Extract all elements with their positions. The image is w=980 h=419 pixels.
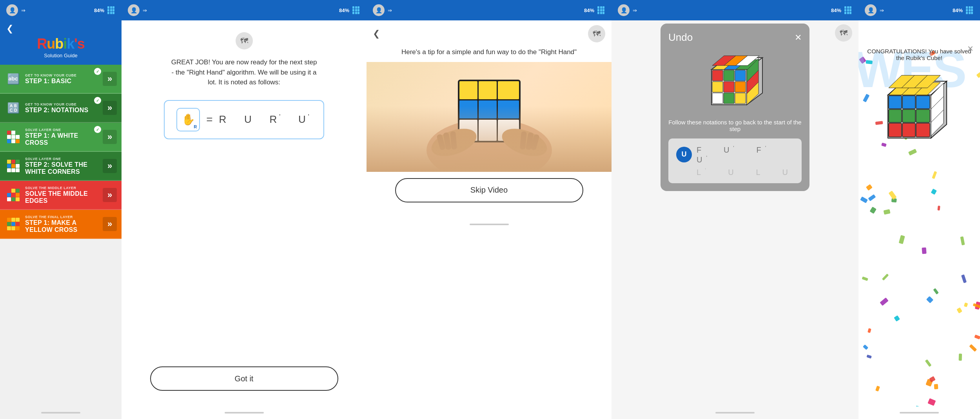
confetti-piece: [898, 235, 905, 244]
confetti-piece: [915, 406, 920, 406]
skip-video-button[interactable]: Skip Video: [395, 178, 583, 202]
middle-edges-sub: SOLVE THE MIDDLE LAYER: [25, 186, 103, 190]
svg-rect-66: [735, 93, 746, 104]
u-badge: U: [676, 147, 692, 162]
svg-rect-59: [724, 70, 734, 81]
confetti-piece: [926, 296, 933, 303]
status-right: 84%: [94, 6, 115, 14]
menu-item-middle-edges[interactable]: SOLVE THE MIDDLE LAYER SOLVE THE MIDDLE …: [0, 181, 122, 210]
confetti-piece: [961, 274, 967, 283]
undo-close-button[interactable]: ✕: [795, 33, 802, 43]
map-icon-btn-2[interactable]: 🗺: [236, 32, 253, 49]
back-button-3[interactable]: ❮: [373, 29, 380, 39]
menu-item-white-corners[interactable]: SOLVE LAYER ONE STEP 2: SOLVE THE WHITE …: [0, 152, 122, 181]
confetti-piece: [882, 274, 889, 281]
panel-got-it: 👤 ⇒ 84% 🗺 GREAT JOB! You are now ready f…: [122, 0, 367, 419]
svg-rect-62: [724, 82, 734, 92]
check-badge-3: ✓: [94, 126, 101, 133]
confetti-piece: [964, 302, 968, 307]
menu-item-white-cross[interactable]: SOLVE LAYER ONE STEP 1: A WHITE CROSS ✓ …: [0, 123, 122, 152]
confetti-piece: [975, 301, 980, 310]
panel-skip-video: 👤 ⇒ 84% ❮ 🗺 Here's a tip for a simple an…: [367, 0, 612, 419]
svg-rect-45: [479, 120, 497, 141]
status-right-2: 84%: [339, 6, 360, 14]
svg-rect-43: [498, 100, 519, 118]
status-left: 👤 ⇒: [6, 4, 25, 16]
confetti-piece: [869, 207, 877, 214]
status-left-5: 👤 ⇒: [865, 4, 884, 16]
menu-item-step1-basic[interactable]: 🔤 GET TO KNOW YOUR CUBE STEP 1: BASIC ✓ …: [0, 65, 122, 94]
svg-rect-64: [712, 93, 723, 104]
svg-rect-81: [916, 96, 930, 109]
svg-rect-21: [7, 193, 11, 197]
white-cross-sub: SOLVE LAYER ONE: [25, 128, 103, 132]
back-button[interactable]: ❮: [0, 20, 20, 37]
step1-title: STEP 1: BASIC: [25, 78, 103, 85]
svg-point-36: [426, 119, 552, 170]
confetti-piece: [880, 298, 888, 306]
white-cross-title: STEP 1: A WHITE CROSS: [25, 132, 103, 146]
svg-rect-23: [16, 193, 20, 197]
svg-rect-60: [735, 70, 746, 81]
svg-rect-30: [7, 222, 11, 226]
confetti-piece: [894, 315, 900, 322]
svg-rect-87: [916, 123, 930, 137]
step2-text: GET TO KNOW YOUR CUBE STEP 2: NOTATIONS: [25, 102, 103, 114]
map-icon-btn-4[interactable]: 🗺: [835, 24, 852, 42]
hands-cube-svg: [415, 64, 564, 170]
video-area: [367, 62, 612, 172]
battery-label-3: 84%: [584, 7, 594, 13]
svg-rect-49: [436, 134, 446, 150]
svg-rect-24: [7, 197, 11, 201]
app-header: ❮ Rubik's Solution Guide: [0, 20, 122, 65]
menu-item-yellow-cross[interactable]: SOLVE THE FINAL LAYER STEP 1: MAKE A YEL…: [0, 210, 122, 239]
hand-icon: ✋ R: [176, 108, 200, 131]
congrats-cube: [880, 71, 958, 158]
confetti-piece: [883, 209, 890, 215]
confetti-piece: [960, 236, 965, 245]
confetti-piece: [975, 334, 980, 339]
svg-rect-29: [16, 218, 20, 222]
grid-icon-2: [352, 6, 360, 14]
status-right-3: 84%: [584, 6, 605, 14]
menu-item-step2-notations[interactable]: 🔠 GET TO KNOW YOUR CUBE STEP 2: NOTATION…: [0, 94, 122, 123]
svg-rect-83: [902, 109, 915, 122]
grid-icon-5: [966, 6, 974, 14]
step1-arrow: »: [103, 72, 117, 86]
undo-cube-3d: [704, 50, 766, 113]
got-it-button[interactable]: Got it: [150, 366, 338, 391]
svg-rect-12: [7, 164, 11, 168]
signal-icon-5: ⇒: [880, 7, 884, 13]
svg-rect-51: [450, 131, 457, 149]
svg-rect-1: [11, 131, 15, 135]
map-icon-btn-3[interactable]: 🗺: [588, 25, 605, 42]
step2-sub: GET TO KNOW YOUR CUBE: [25, 102, 103, 106]
top-icons-2: 🗺: [236, 32, 253, 49]
svg-rect-32: [16, 222, 20, 226]
grid-icon: [107, 6, 115, 14]
svg-rect-50: [443, 132, 451, 150]
confetti-piece: [891, 198, 897, 202]
menu-list: 🔤 GET TO KNOW YOUR CUBE STEP 1: BASIC ✓ …: [0, 65, 122, 406]
middle-edges-title: SOLVE THE MIDDLE EDGES: [25, 190, 103, 204]
white-corners-icon: [5, 157, 22, 175]
svg-rect-41: [459, 100, 477, 118]
tip-text: Here's a tip for a simple and fun way to…: [367, 47, 612, 57]
step2-icon: 🔠: [5, 99, 22, 117]
white-cross-icon: [5, 128, 22, 146]
battery-label-4: 84%: [831, 7, 841, 13]
svg-rect-14: [16, 164, 20, 168]
confetti-piece: [959, 353, 962, 361]
confetti-piece: [934, 384, 938, 390]
avatar-4: 👤: [618, 4, 630, 16]
status-bar-1: 👤 ⇒ 84%: [0, 0, 122, 20]
avatar: 👤: [6, 4, 18, 16]
svg-rect-84: [916, 109, 930, 122]
congrats-text: CONGRATULATIONS! You have solved the Rub…: [858, 48, 980, 61]
equals-sign: =: [206, 113, 212, 126]
svg-rect-58: [712, 70, 723, 81]
close-congrats-button[interactable]: ✕: [967, 44, 974, 53]
svg-rect-63: [735, 82, 746, 92]
confetti-piece: [977, 404, 980, 406]
confetti-piece: [956, 307, 962, 313]
